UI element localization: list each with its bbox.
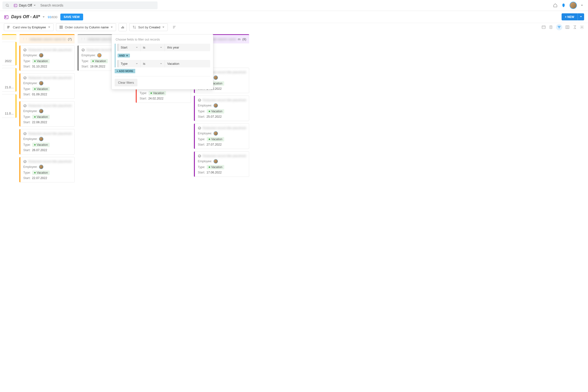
employee-avatar — [214, 131, 218, 136]
svg-rect-3 — [15, 5, 15, 6]
sigma-icon[interactable] — [573, 25, 577, 29]
card-title-row: Redacted record title placeholder text — [23, 48, 71, 52]
card-type-row: Type:Vacation — [23, 87, 71, 91]
svg-rect-2 — [14, 4, 17, 7]
card-title-row: Redacted record title placeholder text — [23, 132, 71, 135]
type-tag: Vacation — [149, 91, 166, 95]
svg-line-1 — [8, 6, 9, 7]
chevron-down-icon — [33, 4, 36, 6]
svg-point-29 — [24, 48, 26, 51]
chart-button[interactable] — [118, 23, 127, 31]
svg-rect-12 — [122, 26, 123, 28]
check-circle-icon — [23, 76, 27, 80]
filter-value-input[interactable]: Vacation — [165, 60, 210, 68]
chevron-down-icon[interactable] — [42, 16, 45, 18]
chevron-down-icon — [136, 46, 138, 48]
employee-avatar — [214, 103, 218, 108]
search-bar[interactable]: Days Off — [2, 2, 158, 9]
save-view-button[interactable]: SAVE VIEW — [60, 14, 83, 20]
filter-field-select[interactable]: Start — [118, 44, 141, 51]
gear-icon[interactable] — [580, 25, 584, 29]
svg-rect-8 — [60, 26, 60, 28]
add-filter-button[interactable]: + ADD MORE — [115, 69, 135, 73]
filter-icon[interactable] — [556, 24, 562, 30]
chevron-down-icon — [162, 26, 165, 28]
type-tag: Vacation — [207, 165, 225, 169]
svg-point-0 — [6, 4, 8, 6]
card-title: Redacted record title placeholder text — [28, 48, 71, 52]
filter-value-input[interactable]: this year — [165, 44, 210, 51]
card-start-row: Start: 27.07.2022 — [198, 143, 246, 146]
svg-rect-10 — [62, 26, 62, 28]
column-cards: 202221.0…11.0… — [2, 40, 16, 120]
check-circle-icon — [198, 98, 201, 102]
record-card[interactable]: 21.0… — [2, 68, 16, 92]
record-card[interactable]: Redacted record title placeholder textEm… — [19, 73, 75, 99]
record-card[interactable]: Redacted record title placeholder textEm… — [194, 151, 249, 177]
card-employee-row: Employee: — [23, 53, 71, 58]
filter-op-select[interactable]: is — [141, 60, 165, 68]
group-button[interactable] — [170, 23, 178, 31]
filter-and-chip[interactable]: AND ▼ — [118, 54, 130, 58]
svg-rect-11 — [121, 27, 122, 28]
card-title: Redacted record title placeholder text — [28, 160, 71, 163]
clear-filters-button[interactable]: Clear filters — [115, 79, 137, 86]
check-circle-icon — [198, 154, 201, 158]
type-tag: Vacation — [207, 109, 225, 114]
card-title: Redacted record title placeholder text — [28, 132, 71, 135]
chevron-down-icon — [160, 62, 162, 65]
record-card[interactable]: 11.0… — [2, 94, 16, 118]
new-dropdown-button[interactable] — [578, 13, 584, 20]
column-header[interactable] — [2, 34, 16, 40]
home-icon[interactable] — [553, 3, 558, 8]
sort-selector[interactable]: Sort by Created — [129, 23, 168, 31]
drag-handle-icon[interactable]: ⋮⋮ — [22, 38, 28, 41]
drag-handle-icon[interactable]: ⋮⋮ — [80, 38, 86, 41]
card-view-selector[interactable]: Card view by Employee — [4, 23, 53, 31]
record-card[interactable]: Redacted record title placeholder textEm… — [19, 129, 75, 154]
card-type-row: Type:Vacation — [23, 143, 71, 147]
chevron-down-icon[interactable] — [581, 4, 583, 6]
search-input[interactable] — [40, 4, 155, 7]
svg-point-31 — [24, 104, 26, 107]
record-card[interactable]: Redacted record title placeholder textEm… — [194, 124, 249, 149]
new-button[interactable]: + NEW — [562, 13, 578, 20]
type-tag: Vacation — [32, 115, 50, 119]
record-card[interactable]: Redacted record title placeholder textEm… — [19, 101, 75, 126]
module-selector[interactable]: Days Off — [12, 4, 38, 7]
user-avatar[interactable] — [570, 2, 577, 9]
type-tag: Vacation — [32, 87, 50, 91]
svg-point-38 — [198, 126, 201, 129]
card-type-row: Type:Vacation — [23, 115, 71, 119]
view-bar: Days Off - All* 93/830 SAVE VIEW + NEW — [0, 11, 588, 23]
type-tag: Vacation — [32, 59, 50, 63]
card-title: Redacted record title placeholder text — [203, 154, 246, 158]
svg-point-28 — [582, 27, 583, 28]
app-logo-icon[interactable] — [561, 3, 566, 8]
check-circle-icon — [23, 132, 27, 135]
column-header[interactable]: ⋮⋮redacted column name here(7) — [19, 34, 75, 44]
filter-op-select[interactable]: is — [141, 44, 165, 51]
record-card[interactable]: 2022 — [2, 42, 16, 66]
type-tag: Vacation — [90, 59, 108, 63]
filter-field-select[interactable]: Type — [118, 60, 141, 68]
check-circle-icon — [23, 48, 27, 52]
card-employee-row: Employee: — [198, 103, 246, 108]
card-start-row: Start: 22.07.2022 — [23, 176, 71, 180]
search-icon — [5, 4, 9, 7]
check-circle-icon — [23, 160, 27, 163]
svg-point-34 — [82, 48, 85, 51]
column-count: (8) — [242, 37, 246, 41]
layout-icon[interactable] — [542, 25, 546, 29]
record-card[interactable]: Redacted record title placeholder textEm… — [19, 157, 75, 182]
type-tag: Vacation — [32, 170, 50, 175]
svg-point-37 — [198, 99, 201, 102]
record-card[interactable]: Redacted record title placeholder textEm… — [194, 96, 249, 121]
card-title: Redacted record title placeholder text — [28, 76, 71, 80]
columns-toggle-icon[interactable] — [565, 25, 570, 29]
filter-row: Start is this year — [118, 44, 210, 51]
order-column-selector[interactable]: Order column by Column name — [56, 23, 116, 31]
clipboard-icon[interactable] — [549, 25, 553, 29]
card-type-row: Type:Vacation — [140, 91, 188, 95]
record-card[interactable]: Redacted record title placeholder textEm… — [19, 45, 75, 71]
